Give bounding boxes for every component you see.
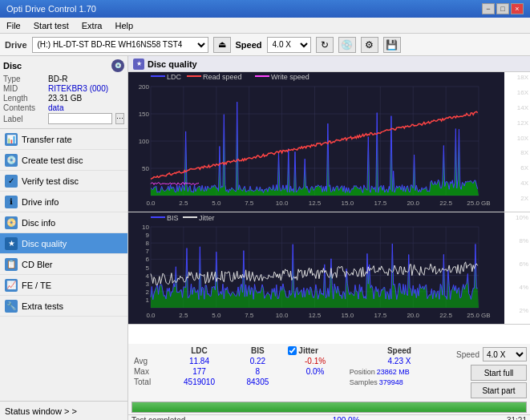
menubar: File Start test Extra Help [0, 18, 530, 34]
settings-button[interactable]: ⚙ [361, 37, 378, 53]
progress-fill [132, 402, 526, 412]
nav-verify-test-disc-label: Verify test disc [22, 176, 79, 186]
col-ldc-header: LDC [167, 345, 233, 356]
disc-label-label: Label [3, 115, 45, 123]
nav-disc-quality[interactable]: ★ Disc quality [0, 233, 127, 254]
max-label: Max [131, 366, 167, 377]
titlebar-controls[interactable]: − □ × [482, 3, 524, 14]
menu-help[interactable]: Help [111, 20, 136, 31]
avg-ldc: 11.84 [167, 356, 233, 366]
max-jitter: 0.0% [283, 366, 346, 377]
drive-label: Drive [5, 40, 27, 50]
progress-bar [131, 402, 527, 413]
jitter-checkbox[interactable] [288, 346, 297, 355]
avg-jitter: -0.1% [283, 356, 346, 366]
disc-quality-title: Disc quality [148, 59, 197, 69]
col-jitter-section: Jitter [283, 345, 346, 356]
avg-label: Avg [131, 356, 167, 366]
position-value: 23862 MB [377, 368, 410, 376]
create-test-disc-icon: 💿 [5, 154, 18, 167]
nav-create-test-disc[interactable]: 💿 Create test disc [0, 150, 127, 171]
stats-table: LDC BIS Jitter Speed [131, 345, 451, 387]
total-label: Total [131, 377, 167, 387]
chart2-y-axis-right: 10% 8% 6% 4% 2% [516, 214, 528, 314]
extra-tests-icon: 🔧 [5, 300, 18, 313]
sidebar: Disc 💿 Type BD-R MID RITEKBR3 (000) Leng… [0, 56, 128, 420]
position-label: Position [350, 368, 375, 376]
drive-info-icon: ℹ [5, 196, 18, 208]
app-title: Opti Drive Control 1.70 [6, 4, 96, 14]
nav-verify-test-disc[interactable]: ✓ Verify test disc [0, 171, 127, 192]
disc-icon-button[interactable]: 💿 [338, 37, 356, 53]
footer-status: Test completed [131, 416, 185, 420]
menu-extra[interactable]: Extra [79, 20, 106, 31]
chart1-container: 18X 16X 14X 12X 10X 8X 6X 4X 2X [128, 72, 530, 212]
nav-extra-tests-label: Extra tests [22, 301, 63, 311]
close-button[interactable]: × [511, 3, 524, 14]
content-area: ★ Disc quality 18X 16X 14X 12X 10X 8X 6X… [128, 56, 530, 420]
stats-avg-row: Avg 11.84 0.22 -0.1% 4.23 X [131, 356, 451, 366]
stats-max-row: Max 177 8 0.0% Position 23862 MB [131, 366, 451, 377]
max-ldc: 177 [167, 366, 233, 377]
fe-te-icon: 📈 [5, 279, 18, 292]
nav-fe-te[interactable]: 📈 FE / TE [0, 275, 127, 296]
start-part-button[interactable]: Start part [471, 382, 527, 398]
disc-length-label: Length [3, 94, 45, 103]
main-area: Disc 💿 Type BD-R MID RITEKBR3 (000) Leng… [0, 56, 530, 420]
maximize-button[interactable]: □ [496, 3, 509, 14]
nav-extra-tests[interactable]: 🔧 Extra tests [0, 296, 127, 317]
col-bis-header: BIS [232, 345, 283, 356]
disc-mid-value: RITEKBR3 (000) [48, 84, 108, 93]
nav-items: 📊 Transfer rate 💿 Create test disc ✓ Ver… [0, 129, 127, 401]
disc-type-label: Type [3, 75, 45, 83]
eject-button[interactable]: ⏏ [213, 37, 231, 53]
speed-set-select[interactable]: 4.0 X [483, 347, 527, 361]
drivebar: Drive (H:) HL-DT-ST BD-RE WH16NS58 TST4 … [0, 34, 530, 56]
status-window[interactable]: Status window > > [0, 401, 127, 420]
col-speed-header: Speed [347, 345, 451, 356]
disc-panel-icon: 💿 [111, 59, 124, 72]
nav-cd-bler-label: CD Bler [22, 260, 53, 269]
total-bis: 84305 [232, 377, 283, 387]
stats-content: LDC BIS Jitter Speed [128, 344, 530, 400]
nav-fe-te-label: FE / TE [22, 281, 51, 290]
cd-bler-icon: 📋 [5, 258, 18, 271]
verify-test-disc-icon: ✓ [5, 175, 18, 188]
disc-length-value: 23.31 GB [48, 94, 82, 103]
disc-contents-label: Contents [3, 103, 45, 112]
disc-panel: Disc 💿 Type BD-R MID RITEKBR3 (000) Leng… [0, 56, 127, 129]
save-button[interactable]: 💾 [383, 37, 401, 53]
stats-area: LDC BIS Jitter Speed [128, 344, 530, 420]
drive-select[interactable]: (H:) HL-DT-ST BD-RE WH16NS58 TST4 [32, 37, 208, 53]
nav-drive-info-label: Drive info [22, 197, 59, 207]
nav-cd-bler[interactable]: 📋 CD Bler [0, 254, 127, 275]
minimize-button[interactable]: − [482, 3, 495, 14]
disc-quality-header: ★ Disc quality [128, 56, 530, 72]
refresh-button[interactable]: ↻ [316, 37, 334, 53]
disc-info-icon: 📀 [5, 216, 18, 229]
transfer-rate-icon: 📊 [5, 133, 18, 146]
disc-quality-icon: ★ [5, 237, 18, 250]
nav-disc-info[interactable]: 📀 Disc info [0, 212, 127, 233]
start-full-button[interactable]: Start full [471, 365, 527, 381]
disc-type-value: BD-R [48, 75, 67, 83]
chart2-container: 10% 8% 6% 4% 2% [128, 212, 530, 325]
disc-label-button[interactable]: ⋯ [115, 113, 124, 124]
nav-disc-info-label: Disc info [22, 218, 55, 228]
progress-percent: 100.0% [333, 416, 360, 420]
disc-panel-title: Disc [3, 61, 22, 71]
stats-table-wrapper: LDC BIS Jitter Speed [131, 345, 451, 387]
disc-label-input[interactable] [48, 113, 112, 124]
menu-file[interactable]: File [3, 20, 24, 31]
samples-label: Samples [350, 378, 378, 386]
stats-total-row: Total 4519010 84305 Samples 379948 [131, 377, 451, 387]
chart1 [128, 72, 504, 212]
speed-select[interactable]: 4.0 X [267, 37, 311, 53]
action-buttons: Speed 4.0 X Start full Start part [456, 345, 527, 398]
disc-mid-label: MID [3, 84, 45, 93]
charts-area: 18X 16X 14X 12X 10X 8X 6X 4X 2X 10% 8% [128, 72, 530, 344]
nav-transfer-rate[interactable]: 📊 Transfer rate [0, 129, 127, 150]
nav-drive-info[interactable]: ℹ Drive info [0, 192, 127, 212]
menu-start-test[interactable]: Start test [30, 20, 72, 31]
speed-label: Speed [236, 40, 262, 50]
